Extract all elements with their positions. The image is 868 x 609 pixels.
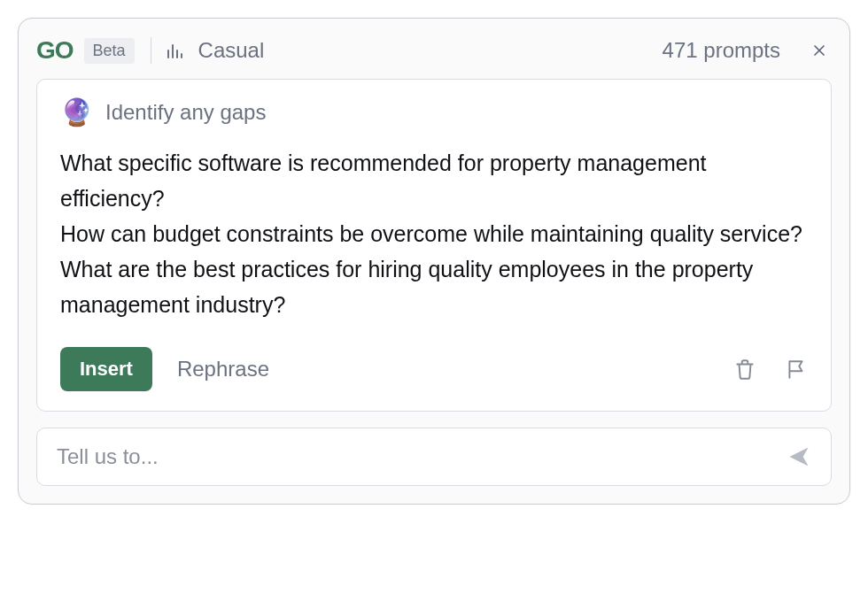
delete-button[interactable] (733, 358, 756, 381)
flag-icon (785, 358, 808, 381)
header-divider (151, 37, 151, 64)
send-icon (787, 444, 811, 469)
beta-badge: Beta (84, 38, 135, 64)
card-title: Identify any gaps (105, 100, 266, 125)
prompt-input-row (36, 428, 832, 486)
prompt-input[interactable] (57, 444, 787, 469)
insert-button[interactable]: Insert (60, 347, 152, 391)
trash-icon (733, 358, 756, 381)
close-icon (810, 42, 828, 59)
rephrase-button[interactable]: Rephrase (177, 357, 269, 382)
suggestion-card: 🔮 Identify any gaps What specific softwa… (36, 79, 832, 412)
card-actions: Insert Rephrase (60, 347, 808, 391)
app-logo: GO (36, 36, 74, 65)
close-button[interactable] (807, 38, 832, 63)
crystal-ball-icon: 🔮 (60, 99, 93, 126)
equalizer-icon[interactable] (167, 42, 182, 58)
flag-button[interactable] (785, 358, 808, 381)
tone-label[interactable]: Casual (198, 38, 265, 63)
header-bar: GO Beta Casual 471 prompts (36, 36, 832, 65)
prompts-counter[interactable]: 471 prompts (663, 38, 780, 63)
send-button[interactable] (787, 444, 811, 469)
card-body-text: What specific software is recommended fo… (60, 145, 808, 322)
card-header: 🔮 Identify any gaps (60, 99, 808, 126)
main-panel: GO Beta Casual 471 prompts 🔮 Identify an… (18, 18, 850, 505)
